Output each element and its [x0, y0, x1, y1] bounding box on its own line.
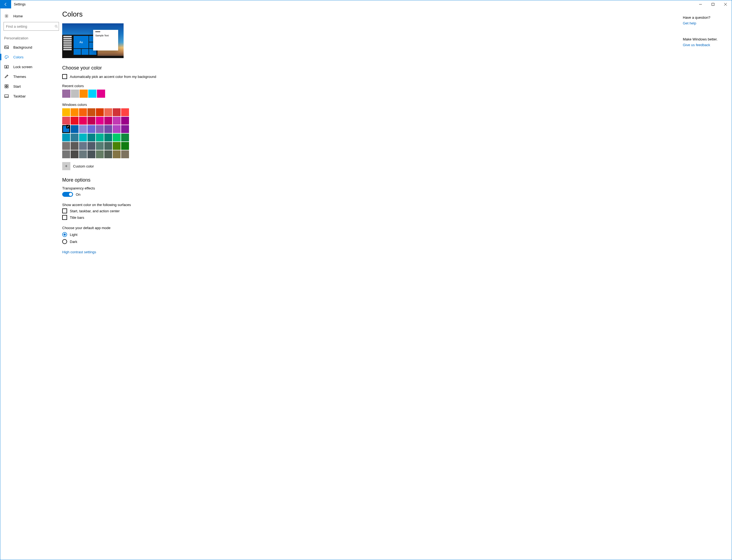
svg-rect-12	[7, 87, 8, 88]
windows-color-swatch[interactable]	[113, 108, 121, 116]
minimize-button[interactable]	[694, 0, 707, 8]
windows-color-swatch[interactable]	[62, 142, 70, 150]
windows-color-swatch[interactable]	[121, 108, 129, 116]
maximize-button[interactable]	[707, 0, 719, 8]
windows-color-swatch[interactable]	[96, 150, 104, 158]
windows-color-swatch[interactable]	[87, 142, 95, 150]
right-pane: Have a question? Get help Make Windows b…	[683, 8, 732, 560]
titlebar: Settings	[0, 0, 732, 8]
sidebar-item-label: Start	[13, 84, 21, 88]
sidebar-item-label: Background	[13, 45, 32, 49]
windows-color-swatch[interactable]	[79, 125, 87, 133]
sidebar: Home Personalization Background Colors L…	[0, 8, 62, 560]
transparency-value: On	[76, 192, 80, 197]
sidebar-item-start[interactable]: Start	[0, 81, 62, 91]
sidebar-item-colors[interactable]: Colors	[0, 52, 62, 62]
window-title: Settings	[14, 2, 26, 6]
recent-color-swatch[interactable]	[80, 90, 88, 98]
sidebar-item-label: Colors	[13, 55, 24, 59]
windows-color-swatch[interactable]	[113, 134, 121, 141]
windows-color-swatch[interactable]	[121, 134, 129, 141]
recent-color-swatch[interactable]	[62, 90, 70, 98]
get-help-link[interactable]: Get help	[683, 21, 727, 25]
windows-color-swatch[interactable]	[104, 150, 112, 158]
windows-color-swatch[interactable]	[104, 134, 112, 141]
mode-dark-radio[interactable]: Dark	[62, 239, 269, 244]
windows-color-swatch[interactable]	[87, 117, 95, 125]
mode-dark-label: Dark	[70, 240, 77, 244]
sidebar-item-themes[interactable]: Themes	[0, 72, 62, 81]
sidebar-item-label: Themes	[13, 75, 26, 79]
recent-color-swatch[interactable]	[88, 90, 96, 98]
preview-sample-text: Sample Text	[95, 34, 116, 37]
sidebar-item-lock-screen[interactable]: Lock screen	[0, 62, 62, 72]
windows-color-swatch[interactable]	[62, 150, 70, 158]
high-contrast-link[interactable]: High contrast settings	[62, 250, 269, 254]
sidebar-item-background[interactable]: Background	[0, 42, 62, 52]
preview-aa: Aa	[74, 36, 89, 48]
windows-color-swatch[interactable]	[79, 108, 87, 116]
windows-color-swatch[interactable]	[62, 108, 70, 116]
windows-color-swatch[interactable]	[113, 142, 121, 150]
windows-color-swatch[interactable]	[121, 150, 129, 158]
checkbox-icon	[62, 208, 67, 213]
surface-start-checkbox[interactable]: Start, taskbar, and action center	[62, 208, 269, 213]
windows-color-swatch[interactable]	[121, 117, 129, 125]
windows-color-swatch[interactable]	[71, 134, 78, 141]
windows-color-swatch[interactable]	[96, 117, 104, 125]
sidebar-home[interactable]: Home	[0, 11, 62, 21]
windows-color-swatch[interactable]	[104, 142, 112, 150]
windows-color-swatch[interactable]	[96, 142, 104, 150]
windows-color-swatch[interactable]	[71, 108, 78, 116]
windows-color-swatch[interactable]	[96, 108, 104, 116]
recent-color-swatch[interactable]	[97, 90, 105, 98]
windows-color-swatch[interactable]	[87, 134, 95, 141]
svg-rect-10	[7, 85, 8, 86]
make-better: Make Windows better.	[683, 37, 727, 41]
windows-color-swatch[interactable]	[104, 108, 112, 116]
windows-color-swatch[interactable]	[96, 134, 104, 141]
svg-point-5	[6, 56, 7, 56]
windows-color-swatch[interactable]	[62, 117, 70, 125]
feedback-link[interactable]: Give us feedback	[683, 43, 727, 47]
page-title: Colors	[62, 10, 269, 18]
taskbar-icon	[4, 94, 9, 99]
windows-color-swatch[interactable]	[62, 125, 70, 133]
sidebar-home-label: Home	[13, 14, 23, 18]
windows-color-swatch[interactable]	[71, 117, 78, 125]
windows-color-swatch[interactable]	[113, 117, 121, 125]
windows-color-swatch[interactable]	[79, 117, 87, 125]
windows-color-swatch[interactable]	[121, 125, 129, 133]
windows-color-swatch[interactable]	[104, 117, 112, 125]
recent-colors	[62, 90, 269, 98]
main-content: Colors Aa	[62, 8, 683, 560]
search-input[interactable]	[4, 24, 54, 29]
close-button[interactable]	[719, 0, 732, 8]
windows-color-swatch[interactable]	[62, 134, 70, 141]
sidebar-item-taskbar[interactable]: Taskbar	[0, 91, 62, 101]
windows-color-swatch[interactable]	[71, 142, 78, 150]
windows-color-swatch[interactable]	[71, 150, 78, 158]
windows-color-swatch[interactable]	[79, 142, 87, 150]
windows-color-swatch[interactable]	[96, 125, 104, 133]
windows-color-swatch[interactable]	[113, 125, 121, 133]
search-box[interactable]	[4, 22, 59, 31]
svg-point-4	[5, 56, 6, 57]
windows-color-swatch[interactable]	[121, 142, 129, 150]
custom-color-button[interactable]: +	[62, 162, 70, 170]
windows-color-swatch[interactable]	[87, 125, 95, 133]
windows-color-swatch[interactable]	[71, 125, 78, 133]
windows-color-swatch[interactable]	[79, 150, 87, 158]
windows-color-swatch[interactable]	[87, 108, 95, 116]
back-button[interactable]	[0, 0, 11, 8]
recent-color-swatch[interactable]	[71, 90, 79, 98]
auto-pick-checkbox[interactable]: Automatically pick an accent color from …	[62, 74, 269, 79]
windows-color-swatch[interactable]	[79, 134, 87, 141]
transparency-toggle[interactable]: On	[62, 192, 269, 197]
mode-light-radio[interactable]: Light	[62, 232, 269, 237]
windows-color-swatch[interactable]	[87, 150, 95, 158]
surface-title-checkbox[interactable]: Title bars	[62, 215, 269, 220]
sidebar-item-label: Taskbar	[13, 94, 26, 98]
windows-color-swatch[interactable]	[113, 150, 121, 158]
windows-color-swatch[interactable]	[104, 125, 112, 133]
